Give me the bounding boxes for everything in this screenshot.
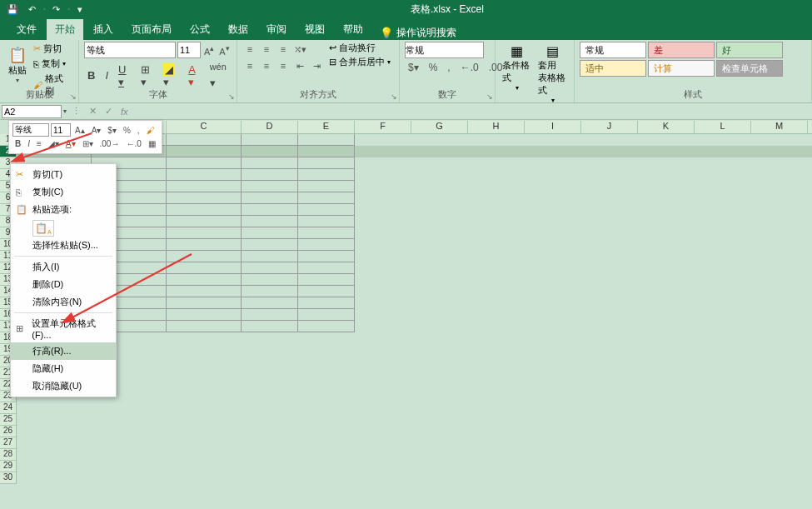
cell[interactable]: [468, 192, 525, 204]
cell[interactable]: [581, 169, 638, 181]
cell[interactable]: [298, 262, 355, 274]
cell[interactable]: [92, 402, 167, 414]
cell[interactable]: [638, 262, 695, 274]
cell[interactable]: [808, 367, 812, 379]
cell[interactable]: [638, 437, 695, 449]
mini-font-color[interactable]: A▾: [63, 138, 78, 149]
cell[interactable]: [355, 286, 411, 297]
cell[interactable]: [167, 239, 242, 251]
cell[interactable]: [581, 262, 638, 274]
cell[interactable]: [298, 169, 355, 181]
cell[interactable]: [17, 426, 92, 437]
cell[interactable]: [167, 181, 242, 192]
cell[interactable]: [298, 274, 355, 286]
comma-button[interactable]: ,: [444, 60, 453, 75]
cell[interactable]: [355, 134, 411, 146]
cut-button[interactable]: ✂ 剪切: [32, 42, 73, 56]
orientation-button[interactable]: ⤭▾: [292, 42, 307, 57]
mini-currency[interactable]: $▾: [105, 125, 119, 136]
ctx-copy[interactable]: ⎘ 复制(C): [11, 183, 116, 201]
cell[interactable]: [808, 344, 812, 356]
cell[interactable]: [17, 402, 92, 414]
mini-increase-font[interactable]: A▴: [72, 125, 87, 136]
ctx-row-height[interactable]: 行高(R)...: [11, 342, 116, 360]
cell[interactable]: [808, 472, 812, 484]
cell[interactable]: [411, 227, 468, 239]
cell[interactable]: [298, 391, 355, 402]
cell[interactable]: [468, 169, 525, 181]
cell[interactable]: [298, 332, 355, 344]
alignment-launcher[interactable]: ↘: [391, 92, 397, 101]
cell[interactable]: [808, 402, 812, 414]
cell[interactable]: [411, 402, 468, 414]
cell[interactable]: [468, 286, 525, 297]
cell[interactable]: [411, 216, 468, 227]
cell[interactable]: [355, 227, 411, 239]
cell[interactable]: [298, 449, 355, 461]
cell[interactable]: [638, 367, 695, 379]
cell[interactable]: [92, 461, 167, 472]
cell[interactable]: [638, 239, 695, 251]
cell[interactable]: [468, 239, 525, 251]
align-bottom-button[interactable]: ≡: [276, 42, 291, 57]
cell[interactable]: [242, 344, 298, 356]
decrease-font-button[interactable]: A▾: [217, 43, 231, 57]
cell[interactable]: [751, 449, 808, 461]
cell[interactable]: [581, 134, 638, 146]
cell[interactable]: [808, 204, 812, 216]
formula-input[interactable]: [133, 107, 810, 117]
cell[interactable]: [242, 356, 298, 367]
cell[interactable]: [751, 192, 808, 204]
cell[interactable]: [638, 251, 695, 262]
ctx-format-cells[interactable]: ⊞ 设置单元格格式(F)...: [11, 315, 116, 342]
cell[interactable]: [638, 332, 695, 344]
mini-bold[interactable]: B: [12, 138, 23, 149]
conditional-format-button[interactable]: ▦ 条件格式 ▾: [501, 42, 533, 106]
cell[interactable]: [581, 367, 638, 379]
cell[interactable]: [808, 426, 812, 437]
cell[interactable]: [751, 286, 808, 297]
row-header[interactable]: 27: [0, 437, 17, 449]
accept-formula-button[interactable]: ✓: [102, 106, 116, 117]
cell[interactable]: [167, 356, 242, 367]
qat-dropdown[interactable]: ▾: [74, 2, 86, 17]
column-header[interactable]: F: [355, 121, 411, 133]
column-header[interactable]: E: [298, 121, 355, 133]
cell[interactable]: [298, 402, 355, 414]
cell[interactable]: [638, 134, 695, 146]
cell[interactable]: [695, 251, 751, 262]
style-calc[interactable]: 计算: [648, 60, 715, 77]
cell[interactable]: [751, 309, 808, 321]
cell[interactable]: [411, 437, 468, 449]
cell[interactable]: [298, 344, 355, 356]
mini-decrease-font[interactable]: A▾: [89, 125, 104, 136]
cell[interactable]: [695, 216, 751, 227]
cell[interactable]: [751, 274, 808, 286]
cell[interactable]: [167, 437, 242, 449]
cell[interactable]: [92, 437, 167, 449]
cell[interactable]: [638, 449, 695, 461]
cell[interactable]: [638, 356, 695, 367]
cell[interactable]: [638, 204, 695, 216]
cell[interactable]: [751, 414, 808, 426]
cell[interactable]: [298, 367, 355, 379]
cell[interactable]: [751, 472, 808, 484]
cell[interactable]: [581, 344, 638, 356]
increase-decimal-button[interactable]: ←.0: [457, 60, 482, 75]
cell[interactable]: [808, 146, 812, 157]
italic-button[interactable]: I: [102, 67, 112, 83]
cell[interactable]: [167, 414, 242, 426]
indent-decrease-button[interactable]: ⇤: [292, 58, 307, 73]
style-neutral[interactable]: 适中: [580, 60, 646, 77]
cell[interactable]: [581, 286, 638, 297]
cell[interactable]: [525, 216, 581, 227]
mini-decrease-decimal[interactable]: .00→: [97, 138, 122, 149]
percent-button[interactable]: %: [426, 60, 441, 75]
cell[interactable]: [242, 437, 298, 449]
cell[interactable]: [468, 449, 525, 461]
cell[interactable]: [242, 157, 298, 169]
cell[interactable]: [695, 169, 751, 181]
cell[interactable]: [581, 309, 638, 321]
cell[interactable]: [355, 262, 411, 274]
cell[interactable]: [525, 437, 581, 449]
